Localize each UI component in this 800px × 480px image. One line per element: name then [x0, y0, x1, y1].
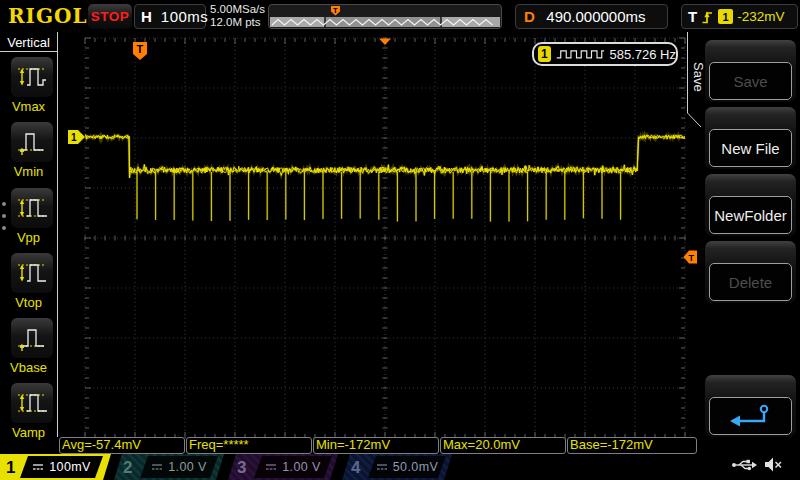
- vmax-icon: [15, 61, 49, 93]
- channel-4-scale: 50.0mV: [393, 460, 438, 474]
- horizontal-label: H: [141, 8, 152, 25]
- svg-text:T: T: [333, 6, 338, 15]
- page-indicator-dot: [2, 226, 6, 230]
- dc-coupling-icon: [376, 462, 388, 472]
- menu-button-save[interactable]: Save: [705, 40, 796, 102]
- new-folder-button-label: NewFolder: [709, 196, 792, 234]
- trigger-label: T: [688, 8, 697, 25]
- delay-label: D: [524, 8, 535, 25]
- channel-2-number: 2: [123, 458, 132, 478]
- left-menu-title: Vertical: [0, 35, 57, 50]
- vmin-icon: [15, 126, 49, 158]
- dc-coupling-icon: [151, 462, 163, 472]
- left-menu-border: [57, 32, 58, 437]
- top-status-bar: RIGOL STOP H 100ms 5.00MSa/s 12.0M pts T…: [0, 0, 800, 32]
- menu-item-vpp-label: Vpp: [0, 230, 57, 245]
- horizontal-timebase-box[interactable]: H 100ms: [134, 4, 206, 29]
- timebase-value: 100ms: [161, 8, 209, 25]
- vbase-icon: [15, 322, 49, 354]
- measurement-base: Base=-172mV: [567, 437, 697, 454]
- trigger-edge-icon: [701, 9, 714, 25]
- svg-text:1: 1: [71, 132, 77, 143]
- menu-item-vmax[interactable]: [11, 57, 53, 97]
- acquisition-info: 5.00MSa/s 12.0M pts: [210, 3, 265, 29]
- menu-button-delete[interactable]: Delete: [705, 241, 796, 303]
- channel-1-number: 1: [6, 458, 15, 478]
- sample-rate: 5.00MSa/s: [210, 3, 265, 16]
- menu-item-vpp[interactable]: [11, 188, 53, 228]
- rigol-logo: RIGOL: [8, 4, 88, 28]
- right-menu-tab: Save: [688, 54, 706, 100]
- measurement-max: Max=20.0mV: [440, 437, 566, 454]
- menu-button-back[interactable]: [705, 375, 796, 437]
- measurement-avg: Avg=-57.4mV: [59, 437, 185, 454]
- measurement-min: Min=-172mV: [313, 437, 439, 454]
- trigger-level-value: -232mV: [737, 9, 784, 24]
- trigger-source-badge: 1: [718, 9, 733, 24]
- waveform-display: 1TT: [60, 32, 705, 456]
- page-indicator-dot: [2, 214, 6, 218]
- left-menu-title-divider: [0, 51, 58, 52]
- delete-button-label: Delete: [709, 263, 792, 301]
- menu-item-vamp[interactable]: [11, 383, 53, 423]
- channel-4-status[interactable]: 4 50.0mV: [342, 454, 452, 480]
- trigger-status-box[interactable]: T 1 -232mV: [681, 4, 798, 29]
- new-file-button-label: New File: [709, 129, 792, 167]
- run-state-indicator: STOP: [88, 4, 132, 29]
- menu-item-vmin[interactable]: [11, 122, 53, 162]
- channel-1-scale: 100mV: [49, 460, 91, 474]
- channel-2-status[interactable]: 2 1.00 V: [114, 454, 224, 480]
- vpp-icon: [15, 192, 49, 224]
- measurement-freq: Freq=*****: [186, 437, 312, 454]
- channel-2-scale: 1.00 V: [168, 460, 207, 474]
- delay-position-box: D 490.000000ms: [515, 4, 668, 29]
- menu-item-vamp-label: Vamp: [0, 425, 57, 440]
- menu-item-vmin-label: Vmin: [0, 164, 57, 179]
- memory-position-bar: T: [268, 4, 502, 29]
- svg-text:T: T: [689, 253, 695, 263]
- menu-item-vbase-label: Vbase: [0, 360, 57, 375]
- speaker-muted-icon: [763, 456, 783, 473]
- frequency-counter: 1 585.726 Hz: [532, 42, 678, 66]
- channel-status-bar: 1 100mV 2 1.00 V 3 1.00 V 4 50.0mV: [0, 454, 800, 480]
- channel-3-scale: 1.00 V: [282, 460, 321, 474]
- menu-item-vtop[interactable]: [11, 253, 53, 293]
- freq-value: 585.726 Hz: [610, 47, 677, 62]
- vamp-icon: [15, 387, 49, 419]
- menu-item-vtop-label: Vtop: [0, 295, 57, 310]
- menu-button-new-file[interactable]: New File: [705, 107, 796, 169]
- freq-channel-badge: 1: [538, 46, 551, 62]
- page-indicator-dot: [2, 202, 6, 206]
- menu-item-vbase[interactable]: [11, 318, 53, 358]
- dc-coupling-icon: [32, 462, 44, 472]
- usb-icon: [731, 458, 758, 472]
- svg-text:T: T: [137, 43, 144, 55]
- memory-depth: 12.0M pts: [210, 16, 265, 29]
- channel-3-status[interactable]: 3 1.00 V: [228, 454, 338, 480]
- dc-coupling-icon: [265, 462, 277, 472]
- square-wave-icon: [556, 46, 605, 62]
- menu-button-new-folder[interactable]: NewFolder: [705, 174, 796, 236]
- save-button-label: Save: [709, 62, 792, 100]
- channel-3-number: 3: [237, 458, 246, 478]
- channel-4-number: 4: [351, 458, 360, 478]
- return-arrow-icon: [728, 403, 774, 429]
- delay-value: 490.000000ms: [546, 8, 655, 25]
- vtop-icon: [15, 257, 49, 289]
- menu-item-vmax-label: Vmax: [0, 99, 57, 114]
- channel-1-status[interactable]: 1 100mV: [0, 454, 111, 480]
